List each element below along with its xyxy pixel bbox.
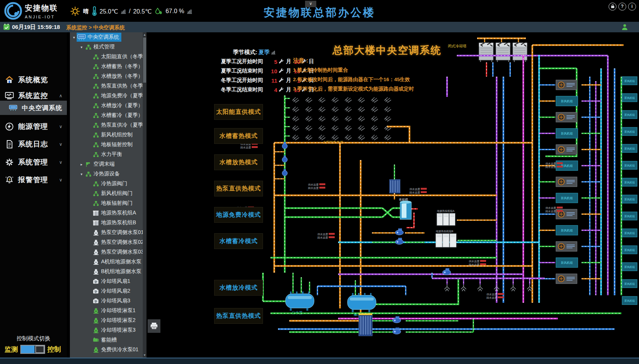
tree-item-28[interactable]: 冷却塔风扇3 bbox=[70, 296, 147, 306]
tree-item-21[interactable]: 热泵空调侧水泵01 bbox=[70, 228, 147, 237]
tree-item-32[interactable]: 蓄能槽 bbox=[70, 335, 147, 345]
scroll-up-icon[interactable]: ▲ bbox=[143, 33, 147, 36]
heat-pump-b-icon[interactable] bbox=[436, 234, 456, 247]
mode-button-1[interactable]: 太阳能直供模式 bbox=[214, 104, 263, 120]
tree-item-3[interactable]: 太阳能直供（冬季） bbox=[70, 52, 147, 62]
print-button[interactable] bbox=[148, 319, 160, 333]
mode-button-8[interactable]: 热泵直供热模式 bbox=[214, 308, 263, 324]
tree-item-7[interactable]: 地源免费冷（夏季） bbox=[70, 91, 147, 101]
mode-button-7[interactable]: 水槽放冷模式 bbox=[214, 280, 263, 296]
ahu-label-box[interactable]: 新风机组 bbox=[556, 225, 578, 235]
toggle-knob[interactable] bbox=[35, 346, 44, 353]
fan-coil-unit-icon[interactable] bbox=[556, 145, 577, 154]
tree-item-33[interactable]: 免费供冷水泵01 bbox=[70, 345, 147, 355]
tree-item-4[interactable]: 水槽蓄热（冬季） bbox=[70, 62, 147, 71]
tree-item-9[interactable]: 水槽蓄冷（夏季） bbox=[70, 110, 147, 120]
tree-item-2[interactable]: ▾模式管理 bbox=[70, 42, 147, 52]
sidebar-item-1[interactable]: 系统概览 bbox=[0, 73, 67, 87]
scroll-down-icon[interactable]: ▼ bbox=[143, 353, 147, 357]
control-mode-toggle[interactable] bbox=[20, 345, 45, 354]
tree-item-27[interactable]: 冷却塔风扇2 bbox=[70, 286, 147, 296]
cooling-tower-icon[interactable] bbox=[496, 42, 510, 62]
terminal-label-box[interactable]: 新风机组 bbox=[622, 296, 637, 305]
ahu-label-box[interactable]: 新风机组 bbox=[556, 258, 578, 267]
mode-button-3[interactable]: 水槽放热模式 bbox=[214, 154, 263, 170]
terminal-label-box[interactable]: 新风机组 bbox=[622, 246, 637, 254]
sidebar-item-3[interactable]: 中央空调系统 bbox=[0, 101, 67, 115]
tree-item-22[interactable]: 热泵空调侧水泵02 bbox=[70, 237, 147, 247]
terminal-label-box[interactable]: 新风机组 bbox=[622, 212, 637, 220]
pump-icon[interactable] bbox=[395, 228, 403, 235]
tree-item-24[interactable]: A机组地源侧水泵 bbox=[70, 257, 147, 267]
tree-item-10[interactable]: 热泵直供冷（夏季） bbox=[70, 120, 147, 130]
tree-item-16[interactable]: 冷热源阀门 bbox=[70, 179, 147, 189]
tree-item-31[interactable]: 冷却塔喷淋泵3 bbox=[70, 325, 147, 335]
terminal-label-box[interactable]: 新风机组 bbox=[622, 195, 637, 203]
terminal-label-box[interactable]: 新风机组 bbox=[622, 229, 637, 237]
sidebar-item-7[interactable]: 报警管理∨ bbox=[0, 173, 67, 187]
info-icon[interactable]: i bbox=[628, 3, 636, 11]
tree-item-13[interactable]: 水力平衡 bbox=[70, 150, 147, 159]
mode-button-2[interactable]: 水槽蓄热模式 bbox=[214, 128, 263, 144]
terminal-label-box[interactable]: 新风机组 bbox=[622, 263, 637, 271]
tree-item-11[interactable]: 新风机组控制 bbox=[70, 130, 147, 140]
mode-button-5[interactable]: 地源免费冷模式 bbox=[214, 207, 263, 223]
terminal-label-box[interactable]: 新风机组 bbox=[622, 94, 637, 102]
tree-item-15[interactable]: ▾冷热源设备 bbox=[70, 169, 147, 179]
edit-wrench-icon[interactable] bbox=[277, 68, 285, 74]
edit-wrench-icon[interactable] bbox=[277, 87, 285, 93]
fan-coil-unit-icon[interactable] bbox=[556, 112, 577, 122]
pump-icon[interactable] bbox=[443, 268, 451, 275]
ahu-label-box[interactable]: 新风机组 bbox=[556, 193, 578, 203]
sidebar-item-6[interactable]: 系统管理∨ bbox=[0, 155, 67, 169]
tree-item-20[interactable]: 地源热泵机组B bbox=[70, 218, 147, 228]
ahu-label-box[interactable]: 新风机组 bbox=[556, 96, 578, 106]
tree-item-25[interactable]: B机组地源侧水泵 bbox=[70, 267, 147, 276]
storage-tank-icon[interactable] bbox=[400, 201, 411, 219]
tree-item-1[interactable]: ▾中央空调系统 bbox=[70, 32, 147, 42]
mode-button-6[interactable]: 水槽蓄冷模式 bbox=[214, 233, 263, 249]
tree-item-30[interactable]: 冷却塔喷淋泵2 bbox=[70, 316, 147, 325]
tree-scrollbar[interactable]: ▲ ▼ bbox=[143, 32, 147, 358]
edit-wrench-icon[interactable] bbox=[277, 59, 285, 65]
user-icon[interactable] bbox=[621, 23, 628, 31]
pump-icon[interactable] bbox=[393, 316, 401, 323]
collapse-header-button[interactable]: ∨ bbox=[305, 1, 316, 7]
cooling-tower-icon[interactable] bbox=[513, 42, 527, 62]
tree-item-14[interactable]: ▸空调末端 bbox=[70, 159, 147, 169]
tree-item-23[interactable]: 热泵空调侧水泵03 bbox=[70, 247, 147, 257]
fan-coil-unit-icon[interactable] bbox=[556, 242, 577, 251]
terminal-label-box[interactable]: 新风机组 bbox=[622, 161, 637, 169]
fan-coil-unit-icon[interactable] bbox=[556, 274, 577, 284]
tree-item-8[interactable]: 水槽放冷（夏季） bbox=[70, 101, 147, 110]
plate-heat-exchanger-icon[interactable] bbox=[359, 313, 372, 336]
tree-item-12[interactable]: 地板辐射控制 bbox=[70, 140, 147, 150]
scroll-thumb[interactable] bbox=[143, 38, 146, 83]
expander-closed-icon[interactable]: ▸ bbox=[79, 162, 84, 166]
tree-item-29[interactable]: 冷却塔喷淋泵1 bbox=[70, 306, 147, 316]
expander-open-icon[interactable]: ▾ bbox=[71, 35, 77, 39]
pump-icon[interactable] bbox=[282, 156, 287, 162]
cooling-tower-icon[interactable] bbox=[479, 42, 493, 62]
mode-button-4[interactable]: 热泵直供热模式 bbox=[214, 181, 263, 196]
terminal-label-box[interactable]: 新风机组 bbox=[622, 144, 637, 153]
lock-icon[interactable] bbox=[609, 3, 616, 11]
water-divider[interactable] bbox=[286, 292, 314, 311]
terminal-label-box[interactable]: 新风机组 bbox=[622, 127, 637, 136]
tree-item-6[interactable]: 热泵直供热（冬季） bbox=[70, 81, 147, 91]
terminal-label-box[interactable]: 新风机组 bbox=[622, 77, 637, 85]
heat-pump-a-icon[interactable] bbox=[437, 213, 455, 225]
tree-item-17[interactable]: 新风机组阀门 bbox=[70, 189, 147, 198]
terminal-label-box[interactable]: 新风机组 bbox=[622, 110, 637, 119]
tree-item-26[interactable]: 冷却塔风扇1 bbox=[70, 276, 147, 286]
tree-item-5[interactable]: 水槽放热（冬季） bbox=[70, 71, 147, 81]
ahu-label-box[interactable]: 新风机组 bbox=[556, 128, 578, 138]
fan-coil-unit-icon[interactable] bbox=[556, 177, 577, 187]
terminal-label-box[interactable]: 新风机组 bbox=[622, 178, 637, 186]
pump-icon[interactable] bbox=[282, 169, 287, 176]
help-icon[interactable]: ? bbox=[618, 3, 626, 11]
sidebar-item-4[interactable]: 能源管理∨ bbox=[0, 119, 67, 134]
tree-item-18[interactable]: 地板辐射阀门 bbox=[70, 198, 147, 208]
edit-wrench-icon[interactable] bbox=[277, 77, 285, 83]
sidebar-item-5[interactable]: 系统日志∨ bbox=[0, 137, 67, 151]
